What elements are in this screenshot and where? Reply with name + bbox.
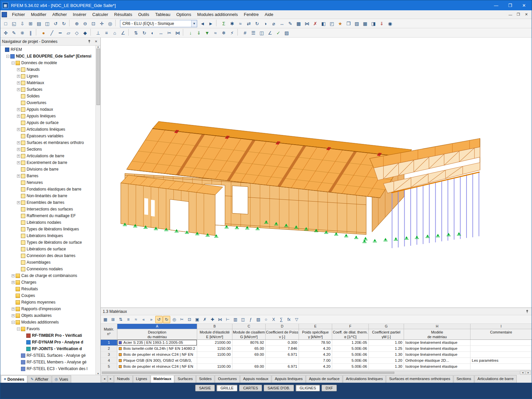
dimension-icon[interactable]: ↔	[278, 20, 286, 28]
expand-toggle-icon[interactable]: +	[17, 155, 20, 158]
status-toggle[interactable]: SAISIE D'OB.	[264, 385, 294, 391]
elastic-modulus-cell[interactable]: 1100.00	[197, 364, 232, 370]
table-row[interactable]: 1 Acier S 235 | EN 1993-1-1:2005-05 2100…	[101, 340, 532, 346]
table-layout-icon[interactable]: ◫	[239, 316, 247, 323]
table-tab[interactable]: Ouvertures	[215, 375, 240, 383]
previous-load-case-icon[interactable]: ◄	[199, 20, 206, 28]
table-merge-icon[interactable]: ⋈	[216, 316, 224, 323]
tab-afficher[interactable]: ✎ Afficher	[28, 375, 52, 383]
thermal-coefficient-cell[interactable]: 1.20E-05	[332, 340, 369, 346]
table-tab[interactable]: Surfaces	[175, 375, 196, 383]
status-toggle[interactable]: GRILLE	[216, 385, 237, 391]
expand-toggle-icon[interactable]: −	[6, 55, 9, 58]
table-row[interactable]: 5 Bois de peuplier et résineux C24 | NF …	[101, 364, 532, 370]
status-toggle[interactable]: CARTES	[239, 385, 262, 391]
specific-weight-cell[interactable]: 4.20	[299, 364, 332, 370]
new-opening-icon[interactable]: ◇	[73, 29, 81, 37]
table-tab[interactable]: Articulations de barre	[474, 375, 517, 383]
pin-icon[interactable]	[86, 39, 92, 44]
tree-item[interactable]: + Articulations linéiques	[0, 126, 95, 133]
material-model-cell[interactable]: Orthotrope élastique 2D...	[404, 358, 470, 364]
pdf-export-icon[interactable]: ⇓	[378, 20, 386, 28]
status-toggle[interactable]: SAISIE	[195, 385, 215, 391]
color-render-icon[interactable]: ▨	[283, 29, 291, 37]
panel-toggle-icon[interactable]: ◨	[369, 20, 377, 28]
column-letter[interactable]: G	[369, 324, 404, 329]
tree-item[interactable]: + Ensembles de barres	[0, 199, 95, 206]
next-load-case-icon[interactable]: ►	[207, 20, 215, 28]
tree-item[interactable]: + Objets auxiliaires	[0, 312, 95, 319]
separator[interactable]	[237, 29, 240, 36]
row-number[interactable]: 2	[101, 346, 117, 352]
layers-icon[interactable]: ☰	[249, 29, 257, 37]
expand-toggle-icon[interactable]: +	[17, 68, 20, 71]
column-header[interactable]: Module de cisaillem G [kN/cm²]	[232, 329, 266, 339]
mdi-close-icon[interactable]: ✕	[522, 11, 530, 18]
delete-icon[interactable]: ✗	[311, 20, 319, 28]
load-case-selector[interactable]: CR6 - ELU (EQU) - Sismique ▼	[120, 20, 197, 27]
comment-cell[interactable]: Les paramètres	[470, 358, 532, 364]
maximize-button[interactable]: ❐	[504, 1, 516, 9]
tree-item[interactable]: + Surfaces	[0, 86, 95, 93]
column-header[interactable]: Poids spécifique γ [kN/m³]	[299, 329, 332, 339]
table-prev-icon[interactable]: «	[140, 316, 147, 323]
favorites-icon[interactable]: ★	[336, 20, 344, 28]
user-coordinate-icon[interactable]: ∠	[266, 29, 274, 37]
column-letter[interactable]: D	[266, 324, 299, 329]
elastic-modulus-cell[interactable]: 21000.00	[197, 340, 232, 346]
tree-item[interactable]: + Sections	[0, 146, 95, 153]
stretch-icon[interactable]: ↔	[157, 29, 165, 37]
tree-item[interactable]: Résultats	[0, 286, 95, 292]
table-next-icon[interactable]: »	[148, 316, 155, 323]
menu-item[interactable]: Modifier	[28, 11, 49, 18]
column-letter[interactable]: C	[232, 324, 266, 329]
table-tab[interactable]: Surfaces et membranes orthotropes	[386, 375, 453, 383]
scroll-left-icon[interactable]: ◄	[520, 371, 525, 375]
poisson-cell[interactable]	[266, 358, 299, 364]
separator[interactable]	[216, 20, 218, 26]
save-icon[interactable]: ⇩	[18, 20, 26, 28]
expand-toggle-icon[interactable]: +	[17, 128, 20, 131]
expand-toggle-icon[interactable]: +	[17, 115, 20, 118]
tree-item[interactable]: + Appuis nodaux	[0, 106, 95, 113]
table-cut-icon[interactable]: ✂	[178, 316, 186, 323]
elastic-modulus-cell[interactable]	[197, 358, 232, 364]
material-description-cell[interactable]: Bois lamellé-collé GL24h | NF EN 14080:2	[117, 346, 197, 352]
tree-item[interactable]: Assemblages	[0, 259, 95, 266]
nodal-load-icon[interactable]: ↓	[187, 29, 195, 37]
comment-cell[interactable]	[470, 340, 532, 346]
scrollbar-track[interactable]	[101, 371, 520, 374]
calculation-params-icon[interactable]: ✱	[228, 20, 236, 28]
mirror-copy-icon[interactable]: ◐	[149, 29, 157, 37]
column-letter[interactable]: E	[299, 324, 332, 329]
scroll-up-icon[interactable]: ▲	[97, 46, 99, 48]
expand-toggle-icon[interactable]: +	[17, 75, 20, 78]
expand-toggle-icon[interactable]: +	[17, 201, 20, 204]
eccentricity-icon[interactable]: ∠	[119, 29, 127, 37]
close-icon[interactable]: ✕	[93, 39, 99, 44]
table-columns-icon[interactable]: ▥	[232, 316, 239, 323]
menu-item[interactable]: Modules additionnels	[194, 11, 241, 18]
table-filter-icon[interactable]: ▽	[293, 316, 300, 323]
numbering-icon[interactable]: #	[241, 29, 249, 37]
tree-item[interactable]: RF-DYNAM Pro - Analyse d	[0, 339, 95, 345]
rotate-copy-icon[interactable]: ↻	[140, 29, 148, 37]
tree-item[interactable]: − Données de modèle	[0, 60, 95, 66]
expand-toggle-icon[interactable]: −	[12, 321, 15, 324]
snap-icon[interactable]: ※	[18, 29, 26, 37]
table-insert-row-icon[interactable]: ✚	[209, 316, 216, 323]
material-description-cell[interactable]: Plaque OSB (EN 300), OSB/2 et OSB/3,	[117, 358, 197, 364]
row-number[interactable]: 5	[101, 364, 117, 370]
shear-modulus-cell[interactable]: 69.00	[232, 364, 266, 370]
open-model-icon[interactable]: ◱	[10, 20, 18, 28]
table-picture-icon[interactable]: ▧	[255, 316, 262, 323]
expand-toggle-icon[interactable]: +	[12, 308, 15, 311]
comment-icon[interactable]: ✎	[286, 20, 294, 28]
tree-item[interactable]: Types de libérations linéiques	[0, 226, 95, 232]
table-rows-icon[interactable]: ⇅	[117, 316, 124, 323]
new-node-icon[interactable]: ●	[40, 29, 48, 37]
report-icon[interactable]: ❒	[344, 20, 352, 28]
member-hinge-icon[interactable]: ⌂	[111, 29, 119, 37]
check-model-icon[interactable]: ✓	[274, 29, 282, 37]
expand-toggle-icon[interactable]: +	[12, 281, 15, 284]
